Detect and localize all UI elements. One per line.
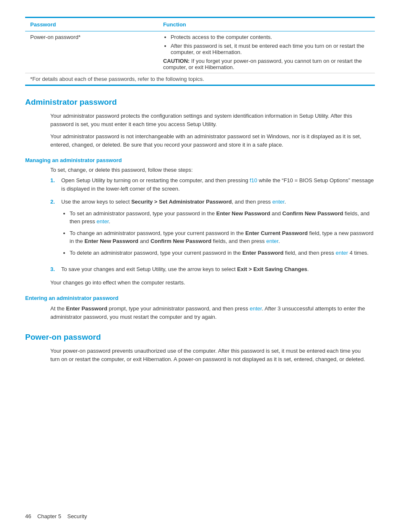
step-1-text-before: Open Setup Utility by turning on or rest… xyxy=(61,177,249,183)
table-row: Power-on password* Protects access to th… xyxy=(25,31,375,73)
table-header-function: Function xyxy=(158,18,375,31)
entering-heading: Entering an administrator password xyxy=(25,295,375,301)
table-header-password: Password xyxy=(25,18,158,31)
power-on-para: Your power-on password prevents unauthor… xyxy=(50,347,371,363)
sub-bullet-1: To set an administrator password, type y… xyxy=(70,209,375,226)
step-3: 3. To save your changes and exit Setup U… xyxy=(50,265,375,274)
page-footer: 46 Chapter 5 Security xyxy=(25,513,87,519)
entering-bold1: Enter Password xyxy=(66,305,107,312)
step-1-num: 1. xyxy=(50,176,57,193)
step-2-link-enter[interactable]: enter xyxy=(272,199,284,205)
step-2-content: Use the arrow keys to select Security > … xyxy=(61,198,375,260)
step-3-text-after: . xyxy=(307,266,309,272)
caution-label: CAUTION: xyxy=(163,58,190,64)
footer-chapter: Chapter 5 xyxy=(37,513,61,519)
sub-bullet-3-enter[interactable]: enter xyxy=(335,250,348,256)
table-footnote: *For details about each of these passwor… xyxy=(25,73,375,85)
sub-bullet-3: To delete an administrator password, typ… xyxy=(70,249,375,257)
step-2-text-after: , and then press xyxy=(232,199,273,205)
sub-bullet-2: To change an administrator password, typ… xyxy=(70,229,375,245)
step-2-bold: Security > Set Administrator Password xyxy=(131,199,232,205)
step-2-text-before: Use the arrow keys to select xyxy=(61,199,131,205)
sub-bullet-1-enter[interactable]: enter xyxy=(96,218,109,225)
caution-text: If you forget your power-on password, yo… xyxy=(163,58,362,70)
admin-password-para1: Your administrator password protects the… xyxy=(50,112,371,128)
sub-bullet-2-enter[interactable]: enter xyxy=(266,238,278,244)
step-1-content: Open Setup Utility by turning on or rest… xyxy=(61,176,375,193)
admin-password-heading: Administrator password xyxy=(25,98,375,107)
step-2-text-end: . xyxy=(284,199,286,205)
step-2: 2. Use the arrow keys to select Security… xyxy=(50,198,375,260)
managing-intro: To set, change, or delete this password,… xyxy=(50,167,375,173)
step-3-bold: Exit > Exit Saving Changes xyxy=(237,266,307,272)
managing-heading: Managing an administrator password xyxy=(25,157,375,163)
step-3-content: To save your changes and exit Setup Util… xyxy=(61,265,375,274)
step-2-subbullets: To set an administrator password, type y… xyxy=(61,209,375,257)
entering-text-mid: prompt, type your administrator password… xyxy=(107,305,250,312)
managing-steps-list: 1. Open Setup Utility by turning on or r… xyxy=(50,176,375,274)
password-table: Password Function Power-on password* Pro… xyxy=(25,17,375,86)
entering-text-before: At the xyxy=(50,305,66,312)
table-cell-password: Power-on password* xyxy=(25,31,158,73)
footer-page: 46 xyxy=(25,513,31,519)
table-cell-function: Protects access to the computer contents… xyxy=(158,31,375,73)
bullet-item-2: After this password is set, it must be e… xyxy=(171,43,370,55)
bullet-item-1: Protects access to the computer contents… xyxy=(171,34,370,40)
changes-note: Your changes go into effect when the com… xyxy=(50,279,371,287)
entering-link-enter[interactable]: enter xyxy=(249,305,262,312)
step-3-num: 3. xyxy=(50,265,57,274)
entering-para: At the Enter Password prompt, type your … xyxy=(50,305,371,321)
step-1-link-f10[interactable]: f10 xyxy=(249,177,257,183)
function-bullets: Protects access to the computer contents… xyxy=(163,34,370,55)
footer-section: Security xyxy=(67,513,87,519)
table-footnote-row: *For details about each of these passwor… xyxy=(25,73,375,85)
step-1: 1. Open Setup Utility by turning on or r… xyxy=(50,176,375,193)
caution-block: CAUTION: If you forget your power-on pas… xyxy=(163,58,370,70)
admin-password-para2: Your administrator password is not inter… xyxy=(50,132,371,149)
step-3-text-before: To save your changes and exit Setup Util… xyxy=(61,266,237,272)
step-2-num: 2. xyxy=(50,198,57,260)
power-on-heading: Power-on password xyxy=(25,333,375,342)
